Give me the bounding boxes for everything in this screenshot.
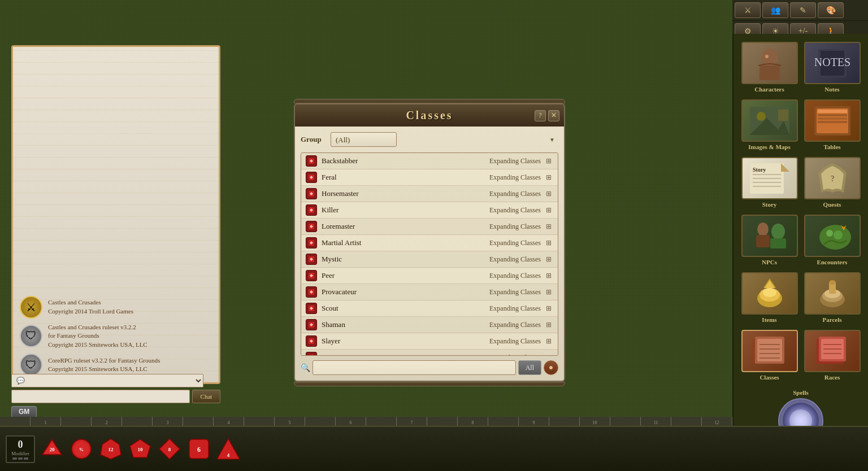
tables-thumbnail [804, 99, 861, 142]
dialog-close-button[interactable]: ✕ [548, 110, 559, 121]
die-d100[interactable]: % [69, 437, 94, 461]
svg-rect-106 [309, 355, 314, 356]
class-link-icon[interactable]: ⊞ [544, 304, 553, 313]
sidebar-item-notes[interactable]: NOTES Notes [801, 38, 863, 96]
chat-select[interactable]: 💬 [11, 374, 203, 387]
search-input[interactable] [313, 360, 516, 375]
svg-text:4: 4 [227, 452, 230, 458]
ruler-mark-3: 2 [92, 417, 122, 426]
class-link-icon[interactable]: ⊞ [544, 353, 553, 356]
ruler-mark-5: 3 [153, 417, 183, 426]
class-row[interactable]: Feral Expanding Classes ⊞ [301, 169, 558, 186]
class-link-icon[interactable]: ⊞ [544, 287, 553, 296]
toolbar-btn-color[interactable]: 🎨 [818, 2, 844, 18]
class-row[interactable]: Horsemaster Expanding Classes ⊞ [301, 186, 558, 202]
logo-smiteworks-2: 🛡 [20, 354, 42, 376]
classes-list: Backstabber Expanding Classes ⊞ Feral Ex… [301, 152, 558, 356]
search-row: 🔍 All ● [301, 360, 558, 375]
sidebar-label-races: Races [824, 374, 840, 381]
copyright-item-2: 🛡 Castles and Crusades ruleset v3.2.2 fo… [20, 323, 212, 349]
chat-input[interactable] [11, 390, 190, 403]
class-link-icon[interactable]: ⊞ [544, 337, 553, 346]
sidebar-item-npcs[interactable]: NPCs [738, 211, 801, 269]
sidebar-item-races[interactable]: Races [801, 326, 863, 384]
sidebar-item-parcels[interactable]: Parcels [801, 269, 863, 326]
toolbar-btn-edit[interactable]: ✎ [790, 2, 816, 18]
search-icon: 🔍 [301, 363, 310, 373]
chat-send-button[interactable]: Chat [192, 390, 220, 403]
die-d10[interactable]: 10 [128, 437, 153, 461]
svg-point-2 [765, 55, 769, 58]
class-row[interactable]: Shaman Expanding Classes ⊞ [301, 317, 558, 333]
class-link-icon[interactable]: ⊞ [544, 173, 553, 182]
die-d6[interactable]: 6 [186, 437, 211, 461]
class-link-icon[interactable]: ⊞ [544, 206, 553, 215]
sidebar-item-characters[interactable]: Characters [738, 38, 801, 96]
class-link-icon[interactable]: ⊞ [544, 238, 553, 247]
toolbar-btn-chars[interactable]: 👥 [762, 2, 788, 18]
svg-rect-25 [756, 235, 770, 247]
ruler-marks: 1 2 3 4 5 6 7 8 9 10 11 12 [0, 417, 732, 426]
copyright-section: ⚔ Castles and Crusades Copyright 2014 Tr… [11, 290, 220, 386]
logo-troll-lord: ⚔ [20, 296, 42, 319]
toolbar-btn-tools[interactable]: ⚔ [735, 2, 761, 18]
copyright-line5: Copyright 2015 Smiteworks USA, LLC [48, 341, 147, 349]
dialog-help-button[interactable]: ? [535, 110, 546, 121]
die-d12[interactable]: 12 [98, 437, 123, 461]
class-row[interactable]: Spy Expanding Classes ⊞ [301, 350, 558, 356]
sidebar-item-classes[interactable]: Classes [738, 326, 801, 384]
class-row[interactable]: Peer Expanding Classes ⊞ [301, 268, 558, 284]
class-link-icon[interactable]: ⊞ [544, 189, 553, 198]
class-row[interactable]: Loremaster Expanding Classes ⊞ [301, 219, 558, 235]
group-label: Group [301, 135, 326, 144]
sidebar-item-quests[interactable]: ? Quests [801, 154, 863, 211]
sidebar-item-story[interactable]: Story Story [738, 154, 801, 211]
die-d20[interactable]: 20 [40, 437, 64, 461]
class-row[interactable]: Provacateur Expanding Classes ⊞ [301, 284, 558, 300]
search-action-button[interactable]: ● [544, 360, 558, 375]
copyright-item-1: ⚔ Castles and Crusades Copyright 2014 Tr… [20, 296, 212, 319]
copyright-line7: Copyright 2015 Smiteworks USA, LLC [48, 365, 160, 373]
class-link-icon[interactable]: ⊞ [544, 222, 553, 231]
svg-text:20: 20 [50, 447, 55, 452]
images-thumbnail [741, 99, 798, 142]
races-thumbnail [804, 330, 861, 372]
dialog-titlebar: Classes ? ✕ [294, 103, 565, 127]
class-link-icon[interactable]: ⊞ [544, 271, 553, 280]
gm-badge: GM [11, 406, 37, 417]
class-link-icon[interactable]: ⊞ [544, 320, 553, 329]
class-icon [306, 155, 317, 167]
die-d8[interactable]: 8 [157, 437, 182, 461]
class-link-icon[interactable]: ⊞ [544, 255, 553, 264]
sidebar-item-tables[interactable]: Tables [801, 96, 863, 154]
svg-point-26 [771, 224, 785, 239]
die-d4[interactable]: 4 [216, 437, 241, 461]
dialog-controls: ? ✕ [535, 110, 559, 121]
copyright-text-2: Castles and Crusades ruleset v3.2.2 for … [48, 323, 147, 349]
class-row[interactable]: Mystic Expanding Classes ⊞ [301, 251, 558, 268]
class-link-icon[interactable]: ⊞ [544, 156, 553, 165]
class-group: Expanding Classes [489, 288, 541, 296]
svg-rect-15 [818, 121, 847, 123]
class-row[interactable]: Backstabber Expanding Classes ⊞ [301, 153, 558, 169]
modifier-box: 0 Modifier [6, 435, 35, 463]
class-icon [306, 319, 317, 330]
class-name: Spy [322, 353, 489, 356]
class-row[interactable]: Martial Artist Expanding Classes ⊞ [301, 235, 558, 251]
copyright-text-3: CoreRPG ruleset v3.2.2 for Fantasy Groun… [48, 356, 160, 374]
dialog-scroll-bottom [294, 382, 565, 386]
class-icon [306, 303, 317, 314]
sidebar-item-items[interactable]: Items [738, 269, 801, 326]
svg-point-55 [795, 415, 806, 426]
class-group: Expanding Classes [489, 190, 541, 198]
sidebar-item-encounters[interactable]: Encounters [801, 211, 863, 269]
sidebar-label-classes: Classes [760, 374, 779, 381]
class-row[interactable]: Scout Expanding Classes ⊞ [301, 300, 558, 317]
svg-rect-13 [818, 114, 847, 116]
class-row[interactable]: Slayer Expanding Classes ⊞ [301, 333, 558, 350]
search-all-button[interactable]: All [518, 360, 541, 375]
sidebar-item-images[interactable]: Images & Maps [738, 96, 801, 154]
dialog-title: Classes [406, 109, 453, 122]
class-row[interactable]: Killer Expanding Classes ⊞ [301, 202, 558, 219]
group-select[interactable]: (All) Core Expanding Classes [331, 132, 397, 147]
